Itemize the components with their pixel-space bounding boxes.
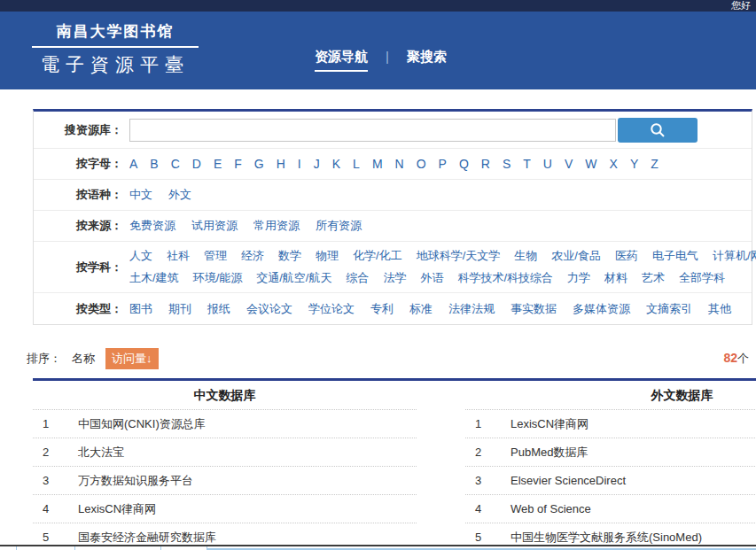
- sort-by-visits-badge[interactable]: 访问量↓: [105, 348, 159, 369]
- source-link[interactable]: 常用资源: [253, 218, 300, 234]
- type-link[interactable]: 标准: [409, 301, 433, 317]
- alphabet-letter-link[interactable]: R: [481, 157, 490, 171]
- subject-link[interactable]: 全部学科: [679, 270, 725, 286]
- type-links: 图书期刊报纸会议论文学位论文专利标准法律法规事实数据多媒体资源文摘索引其他: [129, 301, 731, 317]
- source-label: 按来源：: [34, 218, 122, 234]
- type-link[interactable]: 多媒体资源: [573, 301, 630, 317]
- type-link[interactable]: 期刊: [168, 301, 191, 317]
- subject-link[interactable]: 医药: [615, 248, 638, 264]
- alphabet-letter-link[interactable]: O: [417, 157, 426, 171]
- alphabet-letter-link[interactable]: H: [277, 157, 285, 171]
- database-link[interactable]: 万方数据知识服务平台: [78, 473, 193, 489]
- subject-link[interactable]: 土木/建筑: [129, 270, 179, 286]
- alphabet-letter-link[interactable]: P: [439, 157, 447, 171]
- alphabet-letter-link[interactable]: C: [171, 157, 180, 171]
- subject-link[interactable]: 农业/食品: [551, 248, 601, 264]
- alphabet-letter-link[interactable]: T: [523, 157, 531, 171]
- database-link[interactable]: PubMed数据库: [510, 445, 588, 461]
- subject-link[interactable]: 交通/航空/航天: [256, 270, 331, 286]
- subject-link[interactable]: 生物: [514, 248, 537, 264]
- type-link[interactable]: 法律法规: [448, 301, 495, 317]
- nav-resource-navigation[interactable]: 资源导航: [315, 49, 368, 72]
- library-name: 南昌大学图书馆: [32, 21, 199, 42]
- subject-link[interactable]: 力学: [567, 270, 590, 286]
- subject-link[interactable]: 计算机/网络: [713, 248, 756, 264]
- type-link[interactable]: 图书: [129, 301, 152, 317]
- source-link[interactable]: 免费资源: [129, 218, 175, 234]
- search-button[interactable]: [618, 118, 698, 143]
- database-link[interactable]: 北大法宝: [78, 445, 124, 461]
- alphabet-letter-link[interactable]: N: [395, 157, 404, 171]
- chinese-database-column: 中文数据库 1 中国知网(CNKI)资源总库 2 北大法宝 3 万方数据知识服务…: [33, 381, 417, 550]
- subject-link[interactable]: 化学/化工: [353, 248, 402, 264]
- subject-link[interactable]: 艺术: [642, 270, 665, 286]
- database-link[interactable]: LexisCN律商网: [510, 416, 588, 432]
- alphabet-letter-link[interactable]: V: [565, 157, 573, 171]
- result-count: 82个: [723, 351, 749, 367]
- alphabet-letter-link[interactable]: D: [192, 157, 201, 171]
- subject-link[interactable]: 数学: [278, 248, 301, 264]
- database-link[interactable]: 中国生物医学文献服务系统(SinoMed): [510, 530, 702, 546]
- type-link[interactable]: 其他: [708, 301, 731, 317]
- row-number: 1: [33, 417, 78, 430]
- subject-link[interactable]: 社科: [167, 248, 190, 264]
- table-row: 3 万方数据知识服务平台: [33, 467, 417, 495]
- alphabet-letter-link[interactable]: E: [214, 157, 222, 171]
- alphabet-letter-link[interactable]: I: [298, 157, 301, 171]
- source-link[interactable]: 所有资源: [316, 218, 362, 234]
- type-link[interactable]: 事实数据: [510, 301, 557, 317]
- subject-link[interactable]: 综合: [346, 270, 369, 286]
- filter-row-type: 按类型： 图书期刊报纸会议论文学位论文专利标准法律法规事实数据多媒体资源文摘索引…: [34, 293, 752, 324]
- filter-row-alphabet: 按字母： ABCDEFGHIJKLMNOPQRSTUVWXYZ: [34, 149, 752, 180]
- alphabet-letter-link[interactable]: Z: [651, 157, 659, 171]
- alphabet-letter-link[interactable]: F: [234, 157, 242, 171]
- alphabet-letter-link[interactable]: W: [585, 157, 596, 171]
- database-link[interactable]: Web of Science: [510, 502, 591, 515]
- subject-link[interactable]: 电子电气: [652, 248, 698, 264]
- language-link[interactable]: 中文: [129, 187, 152, 203]
- alphabet-letter-link[interactable]: G: [254, 157, 264, 171]
- alphabet-letter-link[interactable]: A: [129, 157, 137, 171]
- database-link[interactable]: Elsevier ScienceDirect: [510, 474, 626, 487]
- table-row: 4 LexisCN律商网: [33, 495, 417, 523]
- foreign-database-rows: 1 LexisCN律商网 2 PubMed数据库 3 Elsevier Scie…: [465, 410, 756, 550]
- database-link[interactable]: LexisCN律商网: [78, 501, 156, 517]
- subject-link[interactable]: 外语: [420, 270, 443, 286]
- alphabet-letter-link[interactable]: M: [372, 157, 383, 171]
- subject-link[interactable]: 经济: [241, 248, 264, 264]
- subject-link[interactable]: 环境/能源: [193, 270, 243, 286]
- type-link[interactable]: 专利: [370, 301, 394, 317]
- subject-link[interactable]: 地球科学/天文学: [417, 248, 501, 264]
- search-input[interactable]: [129, 119, 616, 142]
- table-row: 3 Elsevier ScienceDirect: [465, 467, 756, 495]
- subject-link[interactable]: 人文: [129, 248, 152, 264]
- database-link[interactable]: 国泰安经济金融研究数据库: [78, 530, 216, 546]
- type-label: 按类型：: [34, 301, 122, 317]
- alphabet-letter-link[interactable]: L: [353, 157, 360, 171]
- alphabet-letter-link[interactable]: U: [543, 157, 552, 171]
- type-link[interactable]: 会议论文: [246, 301, 292, 317]
- subject-link[interactable]: 物理: [316, 248, 339, 264]
- subject-link[interactable]: 材料: [604, 270, 627, 286]
- database-link[interactable]: 中国知网(CNKI)资源总库: [78, 416, 206, 432]
- nav-meta-search[interactable]: 聚搜索: [407, 49, 447, 66]
- sort-by-name[interactable]: 名称: [72, 351, 95, 367]
- alphabet-letter-link[interactable]: B: [150, 157, 158, 171]
- alphabet-letter-link[interactable]: J: [314, 157, 320, 171]
- alphabet-letter-link[interactable]: Y: [630, 157, 638, 171]
- source-link[interactable]: 试用资源: [191, 218, 238, 234]
- type-link[interactable]: 文摘索引: [646, 301, 692, 317]
- alphabet-letter-link[interactable]: S: [503, 157, 510, 171]
- language-link[interactable]: 外文: [168, 187, 191, 203]
- type-link[interactable]: 报纸: [207, 301, 230, 317]
- subject-link[interactable]: 法学: [383, 270, 406, 286]
- alphabet-letter-link[interactable]: X: [610, 157, 618, 171]
- alphabet-letter-link[interactable]: Q: [459, 157, 469, 171]
- type-link[interactable]: 学位论文: [308, 301, 355, 317]
- database-table: 中文数据库 1 中国知网(CNKI)资源总库 2 北大法宝 3 万方数据知识服务…: [33, 378, 756, 550]
- bottom-table-edge: [160, 546, 161, 550]
- alphabet-label: 按字母：: [34, 156, 122, 172]
- alphabet-letter-link[interactable]: K: [332, 157, 340, 171]
- subject-link[interactable]: 管理: [204, 248, 227, 264]
- subject-link[interactable]: 科学技术/科技综合: [457, 270, 553, 286]
